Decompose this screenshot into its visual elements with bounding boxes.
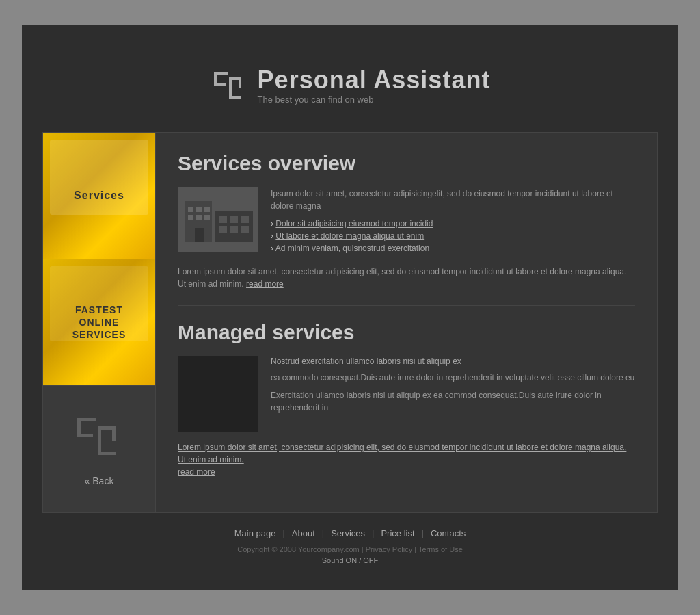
- site-subtitle: The best you can find on web: [258, 94, 491, 105]
- svg-rect-23: [196, 215, 202, 220]
- managed-services-title: Managed services: [178, 321, 635, 344]
- overview-text: Ipsum dolor sit amet, consectetur adipis…: [271, 187, 635, 256]
- svg-rect-19: [188, 207, 193, 212]
- svg-rect-28: [219, 226, 227, 233]
- divider: [178, 305, 635, 306]
- services-overview-body: Ipsum dolor sit amet, consectetur adipis…: [178, 187, 635, 256]
- managed-footer-link[interactable]: Lorem ipsum dolor sit amet, consectetur …: [178, 441, 635, 466]
- overview-read-more[interactable]: read more: [246, 279, 284, 289]
- page-wrapper: Personal Assistant The best you can find…: [22, 25, 678, 590]
- svg-rect-7: [239, 77, 241, 88]
- svg-rect-24: [204, 215, 210, 220]
- main-content: Services FASTEST ONLINE SERVICES: [42, 132, 658, 513]
- fastest-line3: SERVICES: [72, 328, 126, 341]
- sidebar-services-label: Services: [74, 189, 124, 202]
- footer-nav-contacts[interactable]: Contacts: [424, 528, 472, 538]
- svg-rect-6: [229, 96, 241, 99]
- fastest-line2: ONLINE: [72, 316, 126, 328]
- svg-rect-32: [178, 356, 258, 432]
- overview-links: Dolor sit adipisicing eiusmod tempor inc…: [271, 219, 635, 253]
- svg-rect-22: [188, 215, 193, 220]
- svg-rect-13: [98, 426, 101, 455]
- footer-copyright: Copyright © 2008 Yourcompany.com | Priva…: [42, 545, 658, 553]
- overview-footer-text: Lorem ipsum dolor sit amet, consectetur …: [178, 265, 635, 290]
- sound-control[interactable]: Sound ON / OFF: [42, 556, 658, 564]
- svg-rect-31: [195, 228, 204, 242]
- managed-desc2: Exercitation ullamco laboris nisi ut ali…: [271, 389, 635, 414]
- footer-nav-services[interactable]: Services: [324, 528, 372, 538]
- svg-rect-2: [214, 83, 224, 86]
- footer-nav-main-page[interactable]: Main page: [228, 528, 283, 538]
- managed-read-more[interactable]: read more: [178, 467, 215, 477]
- managed-link[interactable]: Nostrud exercitation ullamco laboris nis…: [271, 356, 635, 366]
- footer-nav-about[interactable]: About: [285, 528, 322, 538]
- logo-icon: [210, 68, 245, 103]
- sidebar-services-button[interactable]: Services: [43, 133, 155, 259]
- svg-rect-5: [229, 77, 232, 99]
- footer-nav-links: Main page | About | Services | Price lis…: [42, 528, 658, 538]
- footer-nav-price-list[interactable]: Price list: [374, 528, 421, 538]
- svg-rect-29: [230, 226, 238, 233]
- overview-image: [178, 187, 258, 252]
- managed-image-svg: [178, 356, 258, 432]
- site-title: Personal Assistant: [258, 66, 491, 94]
- managed-body: Nostrud exercitation ullamco laboris nis…: [178, 356, 635, 432]
- svg-rect-10: [77, 434, 90, 437]
- back-logo-icon: [72, 413, 126, 467]
- overview-link-3[interactable]: Ad minim veniam, quisnostrud exercitatio…: [271, 244, 635, 253]
- managed-footer-text: Lorem ipsum dolor sit amet, consectetur …: [178, 441, 635, 478]
- sidebar: Services FASTEST ONLINE SERVICES: [43, 133, 156, 512]
- managed-image: [178, 356, 258, 432]
- managed-text: Nostrud exercitation ullamco laboris nis…: [271, 356, 635, 432]
- overview-building-svg: [178, 187, 258, 252]
- content-area: Services overview: [156, 133, 657, 512]
- services-overview-title: Services overview: [178, 152, 635, 175]
- sidebar-back-button[interactable]: « Back: [43, 386, 155, 512]
- back-label: « Back: [85, 475, 114, 486]
- svg-rect-27: [241, 216, 249, 223]
- fastest-line1: FASTEST: [72, 304, 126, 316]
- svg-rect-11: [90, 434, 93, 437]
- overview-description: Ipsum dolor sit amet, consectetur adipis…: [271, 187, 635, 212]
- svg-rect-3: [224, 83, 226, 86]
- svg-rect-25: [219, 216, 227, 223]
- svg-rect-20: [196, 207, 202, 212]
- sidebar-fastest-button[interactable]: FASTEST ONLINE SERVICES: [43, 259, 155, 386]
- footer: Main page | About | Services | Price lis…: [42, 513, 658, 570]
- managed-desc1: ea commodo consequat.Duis aute irure dol…: [271, 371, 635, 384]
- svg-rect-15: [112, 426, 116, 441]
- sidebar-fastest-text: FASTEST ONLINE SERVICES: [72, 304, 126, 341]
- svg-rect-26: [230, 216, 238, 223]
- header: Personal Assistant The best you can find…: [42, 45, 658, 132]
- svg-rect-30: [241, 226, 249, 233]
- overview-link-1[interactable]: Dolor sit adipisicing eiusmod tempor inc…: [271, 219, 635, 228]
- logo-text: Personal Assistant The best you can find…: [258, 66, 491, 105]
- svg-rect-14: [98, 452, 116, 455]
- svg-rect-21: [204, 207, 210, 212]
- overview-link-2[interactable]: Ut labore et dolore magna aliqua ut enim: [271, 231, 635, 241]
